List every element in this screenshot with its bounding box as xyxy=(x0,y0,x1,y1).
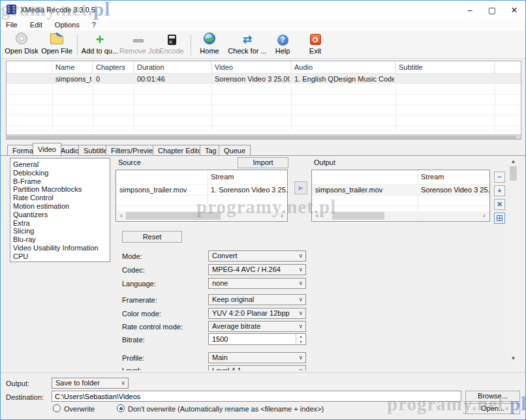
list-item-deblocking[interactable]: Deblocking xyxy=(13,169,110,177)
list-item-b-frame[interactable]: B-Frame xyxy=(13,177,110,186)
spinner-arrows[interactable]: ▲▼ xyxy=(296,334,305,344)
menu-edit[interactable]: Edit xyxy=(25,20,48,30)
globe-icon xyxy=(204,33,215,44)
help-button[interactable]: ? Help xyxy=(270,33,295,57)
scroll-up-icon[interactable]: ▲ xyxy=(509,157,518,166)
browse-button[interactable]: Browse... xyxy=(465,391,520,402)
framerate-value: Keep original xyxy=(212,295,254,303)
exit-button[interactable]: O Exit xyxy=(301,33,330,57)
color-mode-label: Color mode: xyxy=(122,310,161,318)
column-header-duration[interactable]: Duration xyxy=(134,61,211,73)
overwrite-radio[interactable] xyxy=(53,404,61,412)
video-settings-list: General Deblocking B-Frame Partition Mac… xyxy=(10,158,110,262)
scroll-left-icon[interactable]: ‹ xyxy=(117,211,126,220)
output-stream-cell[interactable]: Sorenson Video 3 25.00 Hz, xyxy=(418,185,489,195)
list-item-quantizers[interactable]: Quantizers xyxy=(13,211,110,219)
open-button[interactable]: Open... xyxy=(465,403,520,414)
list-item-slicing[interactable]: Slicing xyxy=(13,227,110,235)
list-item-rate-control[interactable]: Rate Control xyxy=(13,194,110,202)
scroll-right-icon[interactable]: › xyxy=(277,211,286,220)
language-select[interactable]: none ∨ xyxy=(208,278,306,289)
video-tab-page: General Deblocking B-Frame Partition Mac… xyxy=(1,156,525,370)
list-item-partition-macroblocks[interactable]: Partition Macroblocks xyxy=(13,185,110,194)
scroll-right-icon[interactable]: › xyxy=(480,211,489,220)
reset-button[interactable]: Reset xyxy=(122,231,182,243)
play-right-icon: ▶ xyxy=(299,185,303,191)
stream-add-button[interactable]: + xyxy=(494,185,505,196)
tab-vscrollbar[interactable]: ▲ ▼ xyxy=(509,157,518,363)
output-hscrollbar[interactable]: ‹ › xyxy=(313,211,489,220)
menu-help[interactable]: ? xyxy=(87,20,101,30)
scroll-left-icon[interactable]: ‹ xyxy=(313,211,322,220)
stream-order-button[interactable] xyxy=(494,213,505,224)
source-stream-table: Stream simpsons_trailer.mov 1. Sorenson … xyxy=(116,170,288,222)
job-row[interactable]: simpsons_t... 0 00:01:46 Sorenson Video … xyxy=(7,73,521,83)
scroll-down-icon[interactable]: ▼ xyxy=(509,354,518,363)
level-select[interactable]: Level 4.1 ∨ xyxy=(208,365,306,370)
list-item-general[interactable]: General xyxy=(13,160,110,169)
column-header-name[interactable]: Name xyxy=(52,61,93,73)
tab-queue[interactable]: Queue xyxy=(219,145,251,155)
source-stream-cell[interactable]: 1. Sorenson Video 3 25.00 Hz, xyxy=(208,185,287,195)
job-name: simpsons_t... xyxy=(52,74,91,83)
column-header-video[interactable]: Video xyxy=(211,61,291,73)
dont-overwrite-radio[interactable] xyxy=(117,404,125,412)
output-file-cell[interactable]: simpsons_trailer.mov xyxy=(312,185,417,195)
open-file-button[interactable]: Open File xyxy=(40,33,74,57)
encode-button[interactable]: Encode xyxy=(157,33,186,57)
maximize-button[interactable]: ▢ xyxy=(481,1,503,20)
source-stream-header[interactable]: Stream xyxy=(208,170,287,183)
stream-delete-button[interactable]: ✕ xyxy=(494,199,505,210)
list-item-motion-estimation[interactable]: Motion estimation xyxy=(13,202,110,211)
source-hscrollbar[interactable]: ‹ › xyxy=(117,211,286,220)
list-item-blu-ray[interactable]: Blu-ray xyxy=(13,235,110,244)
plus-icon: + xyxy=(81,33,119,47)
open-disk-button[interactable]: Open Disk xyxy=(5,33,39,57)
language-label: Language: xyxy=(122,280,156,288)
tab-video[interactable]: Video xyxy=(33,143,61,155)
column-header-chapters[interactable]: Chapters xyxy=(93,61,134,73)
job-audio: 1. English QDesign Music Codec 2 12... xyxy=(291,74,394,83)
destination-input[interactable] xyxy=(52,391,461,402)
list-item-video-usability-information[interactable]: Video Usability Information xyxy=(13,244,110,252)
transfer-stream-button[interactable]: ▶ xyxy=(294,181,307,194)
output-stream-header[interactable]: Stream xyxy=(418,170,489,183)
color-mode-select[interactable]: YUV 4:2:0 Planar 12bpp ∨ xyxy=(208,308,306,319)
profile-select[interactable]: Main ∨ xyxy=(208,352,306,363)
import-button[interactable]: Import xyxy=(238,157,288,168)
overwrite-radio-label[interactable]: Overwrite xyxy=(64,405,95,413)
list-item-cpu[interactable]: CPU xyxy=(13,252,110,261)
column-header-audio[interactable]: Audio xyxy=(291,61,395,73)
codec-select[interactable]: MPEG-4 AVC / H.264 ∨ xyxy=(208,264,306,275)
add-to-queue-button[interactable]: + Add to qu... xyxy=(81,33,119,57)
close-button[interactable]: ✕ xyxy=(503,1,525,20)
rate-control-mode-select[interactable]: Average bitrate ∨ xyxy=(208,321,306,332)
home-button[interactable]: Home xyxy=(195,33,224,57)
stream-remove-button[interactable]: − xyxy=(494,172,505,183)
app-window: XMedia Recode 3.3.0.5 – ▢ ✕ File Edit Op… xyxy=(0,0,526,420)
remove-job-button[interactable]: Remove Job xyxy=(119,33,157,57)
x-icon: ✕ xyxy=(497,200,503,208)
open-file-label: Open File xyxy=(40,47,74,55)
list-item-extra[interactable]: Extra xyxy=(13,219,110,228)
framerate-select[interactable]: Keep original ∨ xyxy=(208,294,306,305)
output-mode-label: Output: xyxy=(6,380,29,387)
check-for-updates-button[interactable]: ⇄ Check for ... xyxy=(226,33,268,57)
column-header-subtitle[interactable]: Subtitle xyxy=(395,61,495,73)
job-list-hscrollbar[interactable] xyxy=(7,134,521,139)
job-chapters: 0 xyxy=(93,74,132,83)
minus-icon: − xyxy=(497,173,501,181)
source-file-cell[interactable]: simpsons_trailer.mov xyxy=(116,185,207,195)
menu-options[interactable]: Options xyxy=(50,20,85,30)
toolbar-separator xyxy=(191,35,191,55)
bitrate-input[interactable] xyxy=(209,334,295,344)
folder-icon xyxy=(50,35,63,44)
destination-label: Destination: xyxy=(6,393,44,401)
minimize-button[interactable]: – xyxy=(459,1,481,20)
vscroll-thumb[interactable] xyxy=(510,166,517,181)
dont-overwrite-radio-label[interactable]: Don't overwrite (Automatically rename as… xyxy=(128,405,324,413)
mode-select[interactable]: Convert ∨ xyxy=(208,250,306,262)
menu-file[interactable]: File xyxy=(1,20,23,30)
output-mode-select[interactable]: Save to folder ∨ xyxy=(52,378,129,389)
camcorder-icon xyxy=(168,35,176,45)
